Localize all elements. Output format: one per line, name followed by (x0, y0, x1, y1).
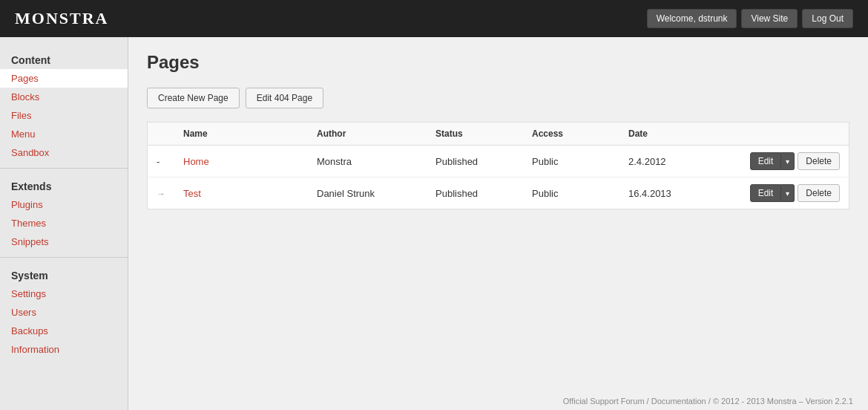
table-row: - Home Monstra Published Public 2.4.2012… (148, 146, 849, 178)
edit-dropdown-button[interactable]: ▾ (781, 152, 795, 170)
edit-dropdown-button[interactable]: ▾ (781, 184, 795, 202)
row-access: Public (523, 178, 619, 209)
table-row: → Test Daniel Strunk Published Public 16… (148, 178, 849, 209)
delete-button[interactable]: Delete (798, 184, 840, 202)
view-site-button[interactable]: View Site (741, 9, 798, 28)
th-indicator (148, 123, 175, 146)
row-indicator: → (148, 178, 175, 209)
edit-btn-group: Edit ▾ (750, 184, 795, 202)
row-access: Public (523, 146, 619, 178)
page-name-link[interactable]: Test (183, 188, 201, 199)
page-name-link[interactable]: Home (183, 156, 209, 167)
row-actions-cell: Edit ▾ Delete (716, 178, 849, 209)
sidebar: Content Pages Blocks Files Menu Sandbox … (0, 37, 128, 410)
th-date: Date (619, 123, 716, 146)
page-title: Pages (147, 52, 849, 73)
system-section-title: System (0, 264, 128, 284)
sidebar-item-files[interactable]: Files (0, 106, 128, 125)
th-access: Access (523, 123, 619, 146)
row-name: Test (174, 178, 308, 209)
row-actions: Edit ▾ Delete (725, 184, 840, 202)
row-author: Monstra (308, 146, 427, 178)
sidebar-item-menu[interactable]: Menu (0, 125, 128, 143)
sidebar-item-blocks[interactable]: Blocks (0, 88, 128, 106)
extends-section-title: Extends (0, 175, 128, 195)
header: MONSTRA Welcome, dstrunk View Site Log O… (0, 0, 868, 37)
sidebar-divider-1 (0, 168, 128, 169)
edit-button[interactable]: Edit (750, 184, 782, 202)
sidebar-item-plugins[interactable]: Plugins (0, 195, 128, 214)
sidebar-item-snippets[interactable]: Snippets (0, 232, 128, 251)
logout-button[interactable]: Log Out (802, 9, 853, 28)
indicator-text: - (157, 156, 160, 167)
th-name: Name (174, 123, 308, 146)
sidebar-divider-2 (0, 257, 128, 258)
row-actions-cell: Edit ▾ Delete (716, 146, 849, 178)
welcome-button[interactable]: Welcome, dstrunk (647, 9, 737, 28)
header-buttons: Welcome, dstrunk View Site Log Out (647, 9, 853, 28)
action-buttons: Create New Page Edit 404 Page (147, 88, 849, 108)
sidebar-item-sandbox[interactable]: Sandbox (0, 143, 128, 162)
footer: Official Support Forum / Documentation /… (548, 392, 868, 410)
sidebar-item-backups[interactable]: Backups (0, 322, 128, 340)
row-status: Published (427, 146, 523, 178)
indicator-text: → (157, 189, 165, 199)
th-author: Author (308, 123, 427, 146)
edit-button[interactable]: Edit (750, 152, 782, 170)
logo: MONSTRA (15, 9, 108, 28)
layout: Content Pages Blocks Files Menu Sandbox … (0, 37, 868, 410)
sidebar-item-users[interactable]: Users (0, 303, 128, 322)
delete-button[interactable]: Delete (798, 152, 840, 170)
th-actions (716, 123, 849, 146)
th-status: Status (427, 123, 523, 146)
row-indicator: - (148, 146, 175, 178)
table-header-row: Name Author Status Access Date (148, 123, 849, 146)
pages-table: Name Author Status Access Date - Home (147, 122, 849, 209)
row-author: Daniel Strunk (308, 178, 427, 209)
sidebar-item-information[interactable]: Information (0, 340, 128, 359)
main-content: Pages Create New Page Edit 404 Page Name… (128, 37, 868, 410)
edit-404-page-button[interactable]: Edit 404 Page (246, 88, 323, 108)
sidebar-item-themes[interactable]: Themes (0, 214, 128, 232)
row-actions: Edit ▾ Delete (725, 152, 840, 170)
row-date: 2.4.2012 (619, 146, 716, 178)
sidebar-item-settings[interactable]: Settings (0, 284, 128, 303)
row-name: Home (174, 146, 308, 178)
create-new-page-button[interactable]: Create New Page (147, 88, 240, 108)
row-status: Published (427, 178, 523, 209)
sidebar-item-pages[interactable]: Pages (0, 69, 128, 88)
row-date: 16.4.2013 (619, 178, 716, 209)
content-section-title: Content (0, 48, 128, 69)
edit-btn-group: Edit ▾ (750, 152, 795, 170)
